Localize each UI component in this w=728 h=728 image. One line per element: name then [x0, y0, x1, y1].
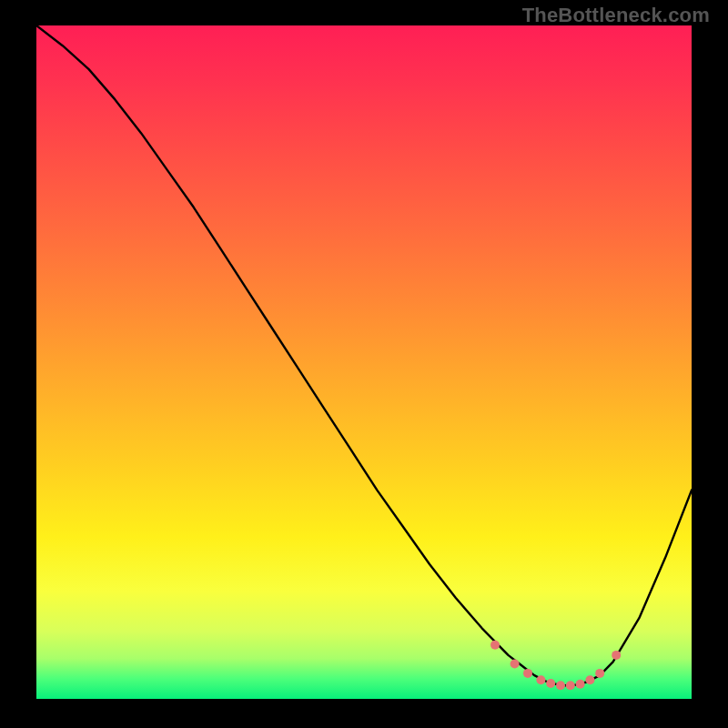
marker-dot: [585, 675, 594, 684]
marker-dot: [576, 680, 585, 689]
marker-dots: [490, 641, 621, 690]
marker-dot: [566, 681, 575, 690]
marker-dot: [595, 669, 604, 678]
marker-dot: [490, 641, 500, 650]
marker-dot: [511, 660, 520, 669]
marker-dot: [523, 669, 532, 678]
curve-layer: [36, 25, 692, 699]
watermark-text: TheBottleneck.com: [522, 4, 710, 27]
bottleneck-curve: [36, 25, 692, 685]
marker-dot: [546, 679, 555, 688]
chart-frame: TheBottleneck.com: [0, 0, 728, 728]
marker-dot: [612, 651, 621, 660]
marker-dot: [536, 675, 545, 684]
plot-area: [36, 25, 692, 699]
marker-dot: [556, 681, 565, 690]
